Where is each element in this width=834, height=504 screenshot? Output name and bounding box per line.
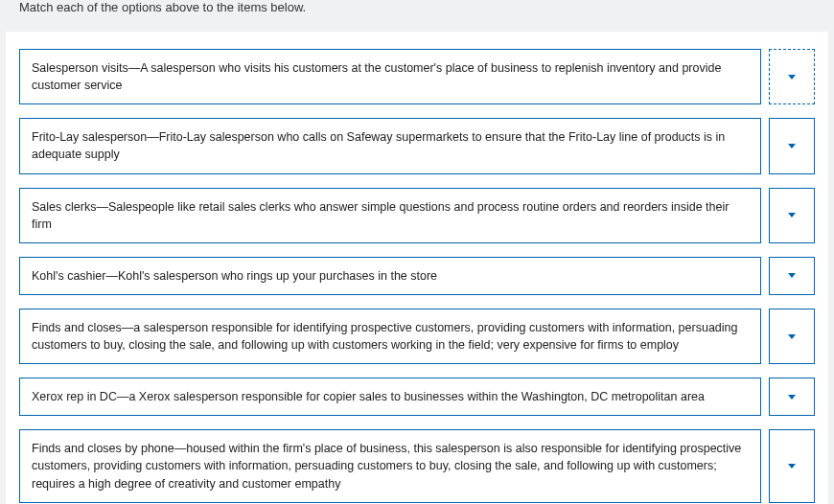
instruction-header: Match each of the options above to the i… (0, 0, 834, 32)
match-row: Salesperson visits—A salesperson who vis… (19, 49, 815, 104)
chevron-down-icon (788, 75, 796, 80)
item-description: Salesperson visits—A salesperson who vis… (19, 49, 761, 104)
item-description: Xerox rep in DC—a Xerox salesperson resp… (19, 378, 761, 416)
chevron-down-icon (788, 464, 796, 469)
chevron-down-icon (788, 273, 796, 278)
match-container: Salesperson visits—A salesperson who vis… (6, 32, 828, 504)
item-text-content: Frito-Lay salesperson—Frito-Lay salesper… (32, 128, 749, 163)
match-row: Kohl's cashier—Kohl's salesperson who ri… (19, 257, 815, 295)
answer-dropdown[interactable] (769, 309, 815, 364)
instruction-text: Match each of the options above to the i… (19, 0, 306, 14)
item-text-content: Finds and closes—a salesperson responsib… (32, 319, 749, 354)
answer-dropdown[interactable] (769, 188, 815, 243)
match-row: Finds and closes—a salesperson responsib… (19, 309, 815, 364)
answer-dropdown[interactable] (769, 118, 815, 173)
item-text-content: Salesperson visits—A salesperson who vis… (32, 59, 749, 94)
answer-dropdown[interactable] (769, 49, 815, 104)
chevron-down-icon (788, 144, 796, 149)
match-row: Frito-Lay salesperson—Frito-Lay salesper… (19, 118, 815, 173)
item-description: Finds and closes by phone—housed within … (19, 429, 761, 502)
item-description: Frito-Lay salesperson—Frito-Lay salesper… (19, 118, 761, 173)
item-text-content: Sales clerks—Salespeople like retail sal… (32, 198, 749, 233)
chevron-down-icon (788, 334, 796, 339)
match-row: Xerox rep in DC—a Xerox salesperson resp… (19, 378, 815, 416)
answer-dropdown[interactable] (769, 257, 815, 295)
item-text-content: Kohl's cashier—Kohl's salesperson who ri… (32, 267, 437, 285)
chevron-down-icon (788, 395, 796, 400)
answer-dropdown[interactable] (769, 378, 815, 416)
item-description: Kohl's cashier—Kohl's salesperson who ri… (19, 257, 761, 295)
item-text-content: Finds and closes by phone—housed within … (32, 440, 749, 492)
chevron-down-icon (788, 213, 796, 218)
item-text-content: Xerox rep in DC—a Xerox salesperson resp… (32, 388, 705, 405)
match-row: Finds and closes by phone—housed within … (19, 429, 815, 502)
match-row: Sales clerks—Salespeople like retail sal… (19, 188, 815, 243)
item-description: Sales clerks—Salespeople like retail sal… (19, 188, 761, 243)
answer-dropdown[interactable] (769, 429, 815, 502)
item-description: Finds and closes—a salesperson responsib… (19, 309, 761, 364)
